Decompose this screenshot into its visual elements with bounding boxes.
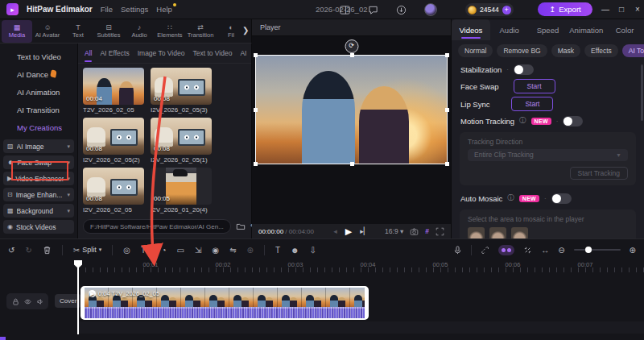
menu-settings[interactable]: Settings bbox=[121, 5, 148, 14]
sidebar-group-image-enhancer[interactable]: ⊡Image Enhan...▾ bbox=[3, 188, 74, 201]
zoom-in-icon[interactable]: ⊕ bbox=[630, 246, 636, 255]
transform-handle[interactable] bbox=[254, 108, 258, 112]
layout-panels-icon[interactable] bbox=[338, 3, 351, 16]
sidebar-item-ai-dance[interactable]: AI Dance bbox=[0, 66, 77, 84]
lock-icon[interactable] bbox=[12, 294, 19, 309]
tab-subtitles[interactable]: ⊟Subtitles bbox=[93, 20, 124, 43]
video-thumbnail[interactable]: 00:08 bbox=[151, 118, 212, 155]
tab-audio[interactable]: Audio bbox=[490, 19, 529, 40]
lip-sync-start-button[interactable]: Start bbox=[511, 97, 553, 111]
tab-media[interactable]: ▦Media bbox=[2, 20, 32, 43]
user-avatar[interactable] bbox=[424, 3, 437, 16]
sidebar-group-stock-videos[interactable]: ◉Stock Videos bbox=[3, 220, 74, 234]
face-icon[interactable]: ☻ bbox=[291, 246, 299, 255]
timeline-clip[interactable]: ▶ 0:04 T2V_2026_02_05 bbox=[80, 286, 369, 320]
zoom-out-icon[interactable]: ⊖ bbox=[558, 246, 564, 255]
stabilization-toggle[interactable] bbox=[514, 64, 534, 75]
fit-timeline-icon[interactable]: ↔ bbox=[541, 246, 549, 255]
tracking-direction-dropdown[interactable]: Entire Clip Tracking▼ bbox=[468, 149, 628, 161]
aspect-ratio-select[interactable]: 16:9 ▾ bbox=[385, 227, 403, 235]
menu-file[interactable]: File bbox=[101, 5, 113, 14]
transform-handle[interactable] bbox=[445, 108, 449, 112]
tab-speed[interactable]: Speed bbox=[529, 19, 568, 40]
motion-tracking-toggle[interactable] bbox=[563, 116, 583, 126]
sidebar-group-background[interactable]: ▩Background▾ bbox=[3, 204, 74, 218]
subtab-normal[interactable]: Normal bbox=[458, 44, 493, 57]
menu-help[interactable]: Help bbox=[156, 5, 172, 14]
subtab-effects[interactable]: Effects bbox=[584, 44, 618, 57]
media-tab-image-to-video[interactable]: Image To Video bbox=[138, 49, 185, 57]
media-tab-all[interactable]: All bbox=[85, 49, 92, 57]
subtab-mask[interactable]: Mask bbox=[551, 44, 580, 57]
start-tracking-button[interactable]: Start Tracking bbox=[570, 167, 628, 180]
sidebar-item-my-creations[interactable]: My Creations bbox=[0, 119, 77, 137]
close-button[interactable]: × bbox=[631, 2, 644, 15]
video-thumbnail[interactable]: 00:05 bbox=[151, 168, 212, 205]
time-ruler[interactable]: 00:01 00:02 00:03 00:04 00:05 00:06 00:0… bbox=[0, 260, 644, 273]
save-path-input[interactable]: F:/HitPaw Software/HitPaw Edimakor/AI Ge… bbox=[83, 219, 231, 234]
text-template-icon[interactable]: T bbox=[275, 246, 280, 255]
tab-videos[interactable]: Videos bbox=[452, 19, 490, 40]
keyframe-icon[interactable]: ◉ bbox=[212, 246, 219, 255]
nav-overflow-chevron-icon[interactable]: ❯ bbox=[242, 26, 249, 35]
media-item[interactable]: 00:08 I2V_2026_02_05(3) bbox=[151, 68, 212, 114]
media-tab-ai-effects[interactable]: AI Effects bbox=[100, 49, 129, 57]
tab-audio[interactable]: ♪Audio bbox=[124, 20, 155, 43]
link-icon[interactable] bbox=[481, 246, 489, 255]
crop-icon[interactable]: ▭ bbox=[177, 246, 184, 255]
zoom-slider[interactable] bbox=[574, 249, 621, 251]
media-item[interactable]: 00:04 T2V_2026_02_05 bbox=[83, 68, 144, 114]
record-voiceover-icon[interactable] bbox=[453, 246, 462, 255]
info-icon[interactable]: ⓘ bbox=[507, 193, 514, 203]
sticker-icon[interactable]: ◎ bbox=[123, 246, 130, 255]
sidebar-item-ai-animation[interactable]: AI Animation bbox=[0, 84, 77, 102]
fullscreen-icon[interactable] bbox=[436, 227, 444, 236]
video-thumbnail[interactable]: 00:08 bbox=[83, 168, 144, 205]
delete-icon[interactable] bbox=[43, 246, 52, 255]
rotate-handle-icon[interactable]: ⟳ bbox=[345, 39, 358, 53]
transform-handle[interactable] bbox=[445, 53, 449, 57]
media-tab-ai[interactable]: AI bbox=[240, 49, 246, 57]
snapshot-icon[interactable] bbox=[410, 227, 419, 236]
grid-icon[interactable]: # bbox=[425, 227, 429, 235]
video-thumbnail[interactable]: 00:04 bbox=[83, 68, 144, 105]
media-item[interactable]: 00:08 I2V_2026_02_05 bbox=[83, 168, 144, 214]
mosaic-face-thumb[interactable] bbox=[468, 227, 485, 238]
prev-frame-icon[interactable]: ◂ bbox=[333, 227, 337, 235]
tab-animation[interactable]: Animation bbox=[567, 19, 605, 40]
transform-handle[interactable] bbox=[445, 162, 449, 166]
media-item[interactable]: 00:05 I2V_2026_01_20(4) bbox=[151, 168, 212, 214]
mute-icon[interactable] bbox=[36, 294, 43, 309]
video-preview[interactable]: ⟳ bbox=[255, 55, 448, 164]
transform-handle[interactable] bbox=[254, 162, 258, 166]
split-button[interactable]: ✂Split▾ bbox=[73, 246, 101, 255]
tab-transition[interactable]: ⇄Transition bbox=[185, 20, 216, 43]
open-folder-icon[interactable] bbox=[236, 222, 246, 231]
subtab-ai-tools[interactable]: AI Tools bbox=[622, 44, 644, 57]
transform-handle[interactable] bbox=[350, 53, 354, 57]
tab-text[interactable]: TText bbox=[63, 20, 93, 43]
face-swap-start-button[interactable]: Start bbox=[514, 79, 555, 93]
sidebar-item-ai-transition[interactable]: AI Transition bbox=[0, 102, 77, 119]
video-thumbnail[interactable]: 00:08 bbox=[151, 68, 212, 105]
transform-handle[interactable] bbox=[254, 53, 258, 57]
info-icon[interactable]: ⓘ bbox=[519, 116, 526, 126]
inspector-scrollbar[interactable] bbox=[641, 64, 643, 121]
feedback-icon[interactable] bbox=[366, 3, 379, 16]
coin-balance[interactable]: 24544 + bbox=[465, 3, 514, 16]
media-tab-text-to-video[interactable]: Text to Video bbox=[192, 49, 232, 57]
zoom-slider-knob[interactable] bbox=[585, 247, 592, 253]
mirror-icon[interactable]: ⇋ bbox=[229, 246, 236, 255]
media-item[interactable]: 00:08 I2V_2026_02_05(1) bbox=[151, 118, 212, 164]
tab-color[interactable]: Color bbox=[605, 19, 644, 40]
tab-elements[interactable]: ∷Elements bbox=[155, 20, 185, 43]
download-icon[interactable] bbox=[394, 3, 407, 16]
sidebar-group-ai-image[interactable]: ▨AI Image▾ bbox=[3, 139, 74, 153]
tracking-icon[interactable]: ⊕ bbox=[247, 246, 254, 255]
sidebar-item-text-to-video[interactable]: Text to Video bbox=[0, 48, 77, 66]
media-item[interactable]: 00:08 I2V_2026_02_05(2) bbox=[83, 118, 144, 164]
unlink-icon[interactable] bbox=[523, 246, 532, 255]
minimize-button[interactable]: — bbox=[599, 2, 612, 15]
auto-mosaic-toggle[interactable] bbox=[551, 193, 572, 204]
text-style-icon[interactable]: T▾ bbox=[141, 246, 151, 255]
